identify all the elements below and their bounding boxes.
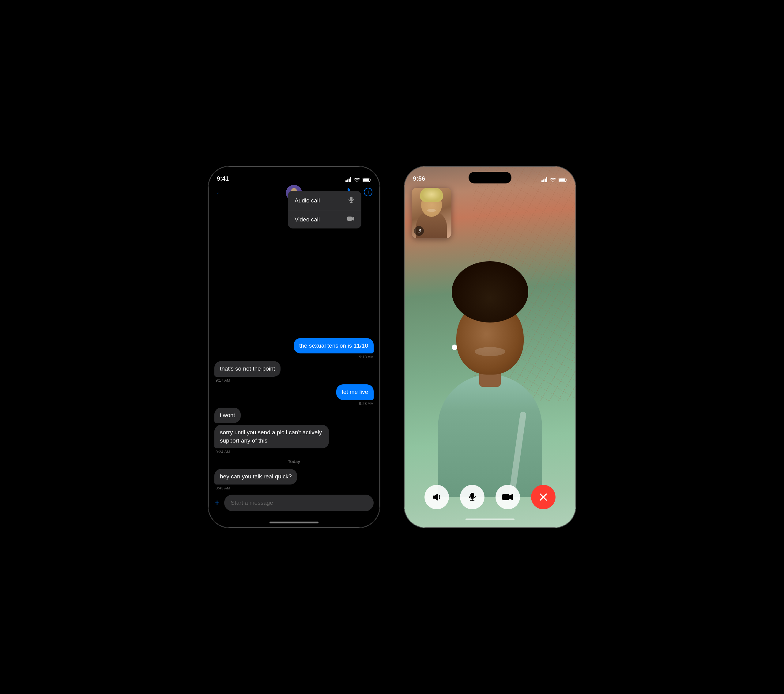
svg-point-4: [357, 181, 358, 182]
video-camera-icon: [347, 216, 355, 221]
earring-left: [452, 345, 457, 350]
message-text: i wont: [220, 412, 235, 419]
svg-rect-17: [545, 178, 546, 182]
phone-messaging: 9:41: [208, 166, 380, 528]
speaker-icon: [432, 492, 441, 502]
home-bar-2: [466, 519, 514, 520]
message-text: let me live: [342, 389, 368, 395]
message-time-2: 9:17 AM: [214, 378, 230, 382]
audio-call-label: Audio call: [295, 197, 320, 204]
message-bubble-received-3: sorry until you send a pic i can't activ…: [214, 425, 329, 448]
audio-call-option[interactable]: Audio call: [288, 191, 361, 210]
self-view-hair: [420, 188, 443, 202]
call-controls: [404, 485, 576, 509]
phone-video-call: 9:56: [404, 166, 576, 528]
call-type-dropdown: Audio call Video call: [288, 191, 361, 229]
messages-list: the sexual tension is 11/10 9:13 AM that…: [208, 202, 380, 490]
call-wifi-icon: [550, 177, 556, 182]
plus-button[interactable]: +: [214, 498, 220, 508]
dynamic-island: [273, 172, 315, 183]
info-button[interactable]: i: [364, 188, 372, 196]
call-signal-icon: [542, 177, 548, 182]
message-bubble-received-1: that's so not the point: [214, 361, 280, 377]
battery-icon: [362, 178, 371, 182]
svg-rect-14: [347, 216, 352, 221]
message-group-5: sorry until you send a pic i can't activ…: [214, 425, 374, 454]
message-group-4: i wont: [214, 408, 374, 423]
message-bubble-sent-2: let me live: [336, 384, 374, 400]
message-bubble-received-2: i wont: [214, 408, 241, 423]
message-time-1: 9:13 AM: [359, 354, 374, 359]
status-time: 9:41: [217, 175, 229, 182]
svg-rect-6: [363, 178, 369, 181]
message-group-2: that's so not the point 9:17 AM: [214, 361, 374, 382]
svg-rect-7: [370, 179, 371, 181]
message-group-3: let me live 9:23 AM: [214, 384, 374, 406]
svg-rect-21: [559, 178, 565, 181]
message-text: sorry until you send a pic i can't activ…: [220, 429, 322, 444]
home-indicator: [208, 517, 380, 528]
message-input-area: + Start a message: [208, 490, 380, 517]
call-status-icons: [542, 177, 567, 182]
flip-camera-button[interactable]: ↺: [414, 226, 424, 236]
message-text: that's so not the point: [220, 365, 275, 372]
message-text: the sexual tension is 11/10: [299, 343, 368, 349]
message-text: hey can you talk real quick?: [220, 473, 292, 480]
svg-rect-0: [346, 180, 347, 182]
svg-point-19: [553, 181, 554, 182]
message-input[interactable]: Start a message: [224, 495, 374, 511]
message-group-1: the sexual tension is 11/10 9:13 AM: [214, 338, 374, 359]
message-time-5: 9:24 AM: [214, 450, 230, 454]
home-bar: [270, 522, 318, 523]
face-highlight: [475, 347, 505, 356]
svg-rect-22: [566, 179, 567, 181]
video-icon: [347, 216, 355, 223]
message-time-7: 8:43 AM: [214, 486, 230, 490]
microphone-icon: [348, 196, 355, 203]
self-view-smile: [427, 209, 436, 212]
messaging-screen: 9:41: [208, 166, 380, 528]
message-bubble-received-4: hey can you talk real quick?: [214, 469, 297, 485]
status-icons: [346, 177, 371, 182]
svg-rect-11: [350, 197, 352, 201]
call-battery-icon: [558, 178, 567, 182]
mute-button[interactable]: [460, 485, 484, 509]
message-group-7: hey can you talk real quick? 8:43 AM: [214, 469, 374, 490]
signal-icon: [346, 177, 352, 182]
end-call-icon: [539, 493, 548, 501]
date-divider: Today: [214, 456, 374, 467]
dynamic-island-2: [469, 172, 511, 183]
svg-rect-23: [470, 493, 474, 498]
svg-rect-15: [542, 180, 543, 182]
mute-microphone-icon: [467, 492, 477, 502]
person-body: [435, 313, 545, 497]
mic-icon: [348, 196, 355, 204]
call-status-time: 9:56: [413, 175, 425, 182]
hair: [452, 261, 528, 323]
self-view-thumbnail: ↺: [412, 188, 451, 238]
message-time-3: 9:23 AM: [359, 401, 374, 406]
svg-rect-3: [350, 177, 351, 182]
video-call-option[interactable]: Video call: [288, 210, 361, 229]
svg-rect-2: [349, 178, 350, 182]
end-call-button[interactable]: [531, 485, 555, 509]
svg-rect-1: [347, 180, 348, 182]
svg-rect-18: [546, 177, 547, 182]
home-indicator-2: [404, 514, 576, 525]
video-toggle-button[interactable]: [496, 485, 520, 509]
back-button[interactable]: ←: [216, 188, 224, 198]
wifi-icon: [354, 177, 360, 182]
clothing: [438, 374, 542, 497]
video-call-screen: 9:56: [404, 166, 576, 528]
svg-rect-26: [502, 494, 509, 500]
svg-rect-16: [543, 180, 544, 182]
message-bubble-sent-1: the sexual tension is 11/10: [294, 338, 374, 354]
video-call-label: Video call: [295, 216, 320, 223]
speaker-button[interactable]: [425, 485, 449, 509]
scene: 9:41: [208, 166, 576, 528]
video-camera-ctrl-icon: [502, 493, 513, 501]
